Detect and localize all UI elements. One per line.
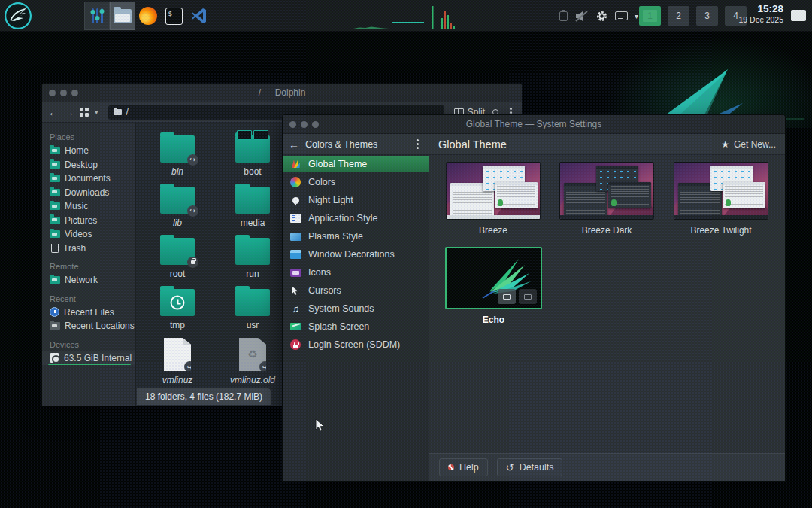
- sidebar-item-recent-locations[interactable]: Recent Locations: [42, 319, 135, 333]
- sidebar-item-trash[interactable]: Trash: [42, 242, 135, 256]
- help-button[interactable]: Help: [439, 458, 488, 476]
- sidebar-item-pictures[interactable]: Pictures: [42, 214, 135, 228]
- nav-item-night-light[interactable]: Night Light: [283, 192, 429, 208]
- nav-item-icons[interactable]: Icons: [283, 264, 429, 281]
- settings-window-buttons: [289, 115, 319, 133]
- vscode-icon[interactable]: [186, 2, 212, 30]
- system-settings-window: Global Theme — System Settings ← Colors …: [282, 114, 786, 482]
- vscode-glyph: [190, 7, 208, 25]
- window-button-icon[interactable]: [49, 90, 56, 96]
- file-icon: ↪: [164, 338, 191, 371]
- image-icon: [503, 294, 511, 300]
- file-item-lib[interactable]: ↪ lib: [140, 184, 215, 236]
- sidebar-item-documents[interactable]: Documents: [42, 172, 135, 186]
- dolphin-window-title: / — Dolphin: [42, 87, 522, 98]
- window-button-icon[interactable]: [60, 90, 67, 96]
- terminal-icon[interactable]: $_: [161, 2, 186, 30]
- file-item-boot[interactable]: boot: [215, 133, 290, 184]
- workspace-2-label: 2: [676, 11, 681, 21]
- window-button-icon[interactable]: [312, 121, 319, 128]
- theme-card-breeze-twilight[interactable]: Breeze Twilight: [674, 162, 768, 236]
- file-item-media[interactable]: media: [215, 184, 290, 236]
- star-icon: ★: [721, 139, 729, 150]
- theme-card-breeze-dark[interactable]: Breeze Dark: [559, 162, 654, 236]
- nav-item-global-theme[interactable]: Global Theme: [283, 156, 429, 172]
- settings-titlebar[interactable]: Global Theme — System Settings: [283, 115, 785, 134]
- file-item-vmlinuz-old[interactable]: ♻↪ vmlinuz.old: [215, 338, 290, 389]
- status-bar: 18 folders, 4 files (182.7 MiB): [136, 388, 271, 405]
- file-item-usr[interactable]: usr: [215, 287, 290, 338]
- window-button-icon[interactable]: [301, 121, 308, 128]
- back-icon[interactable]: ←: [48, 107, 59, 117]
- file-old-icon: ♻↪: [239, 338, 266, 371]
- sidebar-item-network[interactable]: Network: [42, 273, 135, 287]
- nav-item-login-screen[interactable]: Login Screen (SDDM): [283, 336, 429, 353]
- window-button-icon[interactable]: [71, 90, 78, 96]
- menu-dots-icon[interactable]: [417, 143, 419, 145]
- preview-image-button[interactable]: [498, 289, 516, 304]
- volume-muted-icon[interactable]: [574, 10, 589, 23]
- show-desktop-icon[interactable]: [791, 10, 806, 21]
- back-icon[interactable]: ←: [289, 139, 299, 150]
- theme-card-echo[interactable]: Echo: [445, 247, 542, 325]
- folder-home-icon: [50, 147, 60, 154]
- file-manager-icon[interactable]: [110, 2, 135, 30]
- system-settings-icon[interactable]: [84, 2, 110, 30]
- forward-icon[interactable]: →: [64, 107, 74, 117]
- folder-icon: [235, 187, 270, 214]
- menu-dots-icon[interactable]: [510, 111, 512, 114]
- sidebar-item-home[interactable]: Home: [42, 144, 135, 158]
- symlink-emblem-icon: ↪: [187, 154, 198, 166]
- splash-screen-icon: [289, 321, 301, 333]
- firefox-icon[interactable]: [135, 2, 161, 30]
- get-new-button[interactable]: ★ Get New...: [721, 139, 776, 150]
- firefox-glyph: [139, 7, 157, 25]
- settings-sidebar-header: ← Colors & Themes: [283, 134, 429, 154]
- keyboard-icon[interactable]: [615, 11, 628, 20]
- folder-icon: [160, 238, 195, 265]
- gear-icon[interactable]: [595, 10, 608, 23]
- sidebar-item-desktop[interactable]: Desktop: [42, 158, 135, 172]
- file-item-root[interactable]: root: [140, 236, 215, 287]
- nav-item-application-style[interactable]: Application Style: [283, 210, 429, 227]
- sidebar-item-videos[interactable]: Videos: [42, 227, 135, 242]
- panel-clock[interactable]: 15:28 19 Dec 2025: [738, 3, 783, 24]
- theme-label: Breeze Twilight: [674, 225, 768, 236]
- expand-caret-icon[interactable]: ▾: [635, 12, 638, 20]
- section-devices: Devices: [42, 338, 135, 351]
- sidebar-item-downloads[interactable]: Downloads: [42, 186, 135, 200]
- window-button-icon[interactable]: [289, 121, 296, 128]
- remove-theme-button[interactable]: [519, 289, 537, 304]
- defaults-button[interactable]: ↺ Defaults: [497, 458, 563, 476]
- clipboard-icon[interactable]: [559, 11, 568, 21]
- workspace-1[interactable]: 1: [639, 6, 661, 26]
- kali-menu-icon[interactable]: [5, 2, 32, 29]
- nav-item-system-sounds[interactable]: ♫ System Sounds: [283, 300, 429, 317]
- view-mode-icon[interactable]: [80, 108, 89, 117]
- file-item-tmp[interactable]: tmp: [140, 287, 215, 338]
- delete-icon: [524, 294, 532, 300]
- nav-item-plasma-style[interactable]: Plasma Style: [283, 228, 429, 245]
- sidebar-item-recent-files[interactable]: Recent Files: [42, 306, 135, 320]
- breeze-preview: [446, 162, 541, 220]
- sidebar-item-music[interactable]: Music: [42, 199, 135, 214]
- folder-network-icon: [50, 276, 60, 284]
- sidebar-header-label: Colors & Themes: [305, 139, 407, 150]
- nav-item-splash-screen[interactable]: Splash Screen: [283, 318, 429, 335]
- folder-icon: [160, 289, 195, 316]
- file-item-run[interactable]: run: [215, 236, 290, 287]
- workspace-2[interactable]: 2: [668, 6, 689, 26]
- file-item-vmlinuz[interactable]: ↪ vmlinuz: [140, 338, 215, 389]
- nav-item-window-decorations[interactable]: Window Decorations: [283, 246, 429, 263]
- view-mode-caret-icon[interactable]: ▾: [95, 108, 98, 116]
- nav-item-colors[interactable]: Colors: [283, 174, 429, 190]
- dolphin-titlebar[interactable]: / — Dolphin: [42, 84, 522, 102]
- file-item-bin[interactable]: ↪ bin: [140, 133, 215, 184]
- folder-documents-icon: [50, 175, 60, 182]
- theme-card-breeze[interactable]: Breeze: [446, 162, 541, 236]
- folder-pictures-icon: [50, 217, 60, 224]
- nav-item-cursors[interactable]: Cursors: [283, 282, 429, 299]
- workspace-3[interactable]: 3: [696, 6, 718, 26]
- system-monitor-graphs[interactable]: [340, 0, 460, 32]
- sidebar-item-internal-drive[interactable]: 63.5 GiB Internal Dr...: [42, 351, 135, 366]
